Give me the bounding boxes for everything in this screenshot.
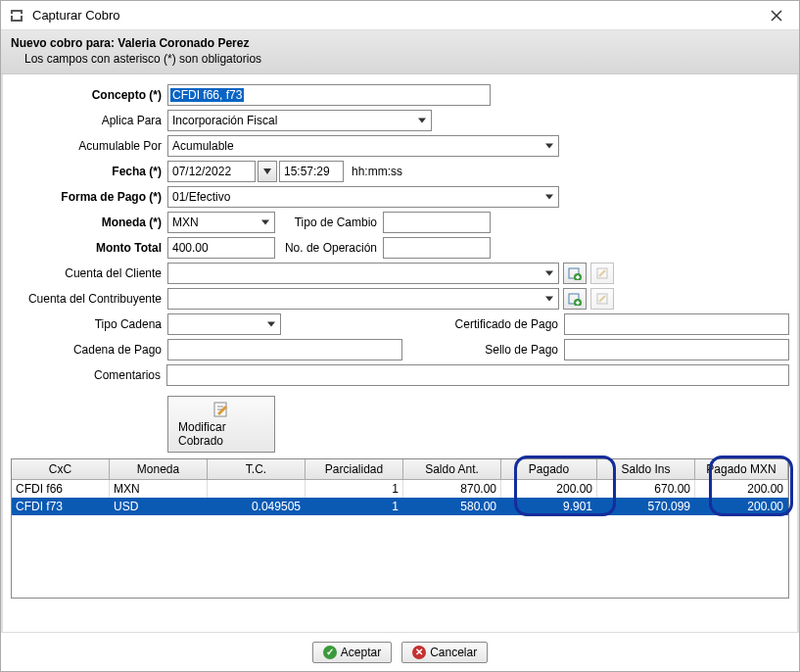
table-cell: 200.00 bbox=[695, 498, 788, 515]
label-tipocambio: Tipo de Cambio bbox=[275, 216, 383, 229]
cancel-icon: ✕ bbox=[412, 646, 426, 659]
label-acum: Acumulable Por bbox=[11, 139, 167, 153]
app-icon bbox=[9, 8, 24, 24]
titlebar: Capturar Cobro bbox=[1, 1, 799, 30]
table-cell: 200.00 bbox=[501, 480, 597, 498]
label-sellopago: Sello de Pago bbox=[485, 343, 564, 357]
footer: ✓Aceptar ✕Cancelar bbox=[1, 632, 799, 671]
header-line2: Los campos con asterisco (*) son obligat… bbox=[11, 52, 789, 66]
header-line1: Nuevo cobro para: Valeria Coronado Perez bbox=[11, 36, 789, 50]
edit-cuenta-cliente-button[interactable] bbox=[590, 263, 614, 284]
table-cell: 0.049505 bbox=[208, 498, 306, 515]
table-wrap: CxC Moneda T.C. Parcialidad Saldo Ant. P… bbox=[11, 458, 789, 599]
tipocambio-input bbox=[383, 212, 491, 233]
table-cell: 870.00 bbox=[403, 480, 501, 498]
concepto-input[interactable]: CFDI f66, f73 bbox=[167, 84, 491, 106]
cancelar-button[interactable]: ✕Cancelar bbox=[401, 642, 488, 663]
edit-cuenta-contribuyente-button[interactable] bbox=[590, 288, 614, 310]
th-saldo-ins[interactable]: Saldo Ins bbox=[597, 459, 695, 479]
th-moneda[interactable]: Moneda bbox=[110, 459, 208, 479]
comentarios-input[interactable] bbox=[166, 364, 789, 386]
table-cell: CFDI f66 bbox=[12, 480, 110, 498]
th-tc[interactable]: T.C. bbox=[208, 459, 306, 479]
table-cell: 670.00 bbox=[597, 480, 695, 498]
label-cuentacli: Cuenta del Cliente bbox=[11, 266, 167, 280]
label-aplica: Aplica Para bbox=[11, 114, 167, 127]
window-title: Capturar Cobro bbox=[32, 8, 762, 23]
cadena-pago-input bbox=[167, 339, 402, 360]
table-header: CxC Moneda T.C. Parcialidad Saldo Ant. P… bbox=[12, 459, 788, 480]
label-noop: No. de Operación bbox=[275, 241, 383, 255]
table-cell: 200.00 bbox=[695, 480, 788, 498]
label-fecha: Fecha (*) bbox=[11, 165, 167, 178]
label-cadpago: Cadena de Pago bbox=[11, 343, 167, 357]
label-cuentacon: Cuenta del Contribuyente bbox=[11, 292, 167, 306]
label-hhmmss: hh:mm:ss bbox=[352, 165, 402, 178]
moneda-select[interactable] bbox=[167, 212, 275, 233]
header: Nuevo cobro para: Valeria Coronado Perez… bbox=[1, 30, 799, 74]
edit-icon bbox=[212, 401, 230, 418]
tipo-cadena-select bbox=[167, 313, 281, 335]
fecha-dropdown-button[interactable] bbox=[258, 161, 277, 182]
noop-input[interactable] bbox=[383, 237, 491, 259]
label-coment: Comentarios bbox=[11, 368, 166, 382]
table-cell: CFDI f73 bbox=[12, 498, 110, 515]
label-forma: Forma de Pago (*) bbox=[11, 190, 167, 204]
payments-table: CxC Moneda T.C. Parcialidad Saldo Ant. P… bbox=[11, 458, 789, 599]
table-cell: 570.099 bbox=[597, 498, 695, 515]
th-pagado-mxn[interactable]: Pagado MXN bbox=[695, 459, 788, 479]
label-concepto: Concepto (*) bbox=[11, 88, 167, 102]
add-cuenta-cliente-button[interactable] bbox=[563, 263, 587, 284]
svg-rect-1 bbox=[10, 14, 24, 16]
aceptar-button[interactable]: ✓Aceptar bbox=[312, 642, 392, 663]
modificar-cobrado-button[interactable]: Modificar Cobrado bbox=[167, 396, 275, 453]
table-cell: 580.00 bbox=[403, 498, 501, 515]
cuenta-contribuyente-select[interactable] bbox=[167, 288, 559, 310]
form-body: Concepto (*) CFDI f66, f73 Aplica Para A… bbox=[1, 74, 799, 632]
table-cell: USD bbox=[110, 498, 208, 515]
modificar-label: Modificar Cobrado bbox=[178, 420, 264, 448]
aplica-select[interactable] bbox=[167, 110, 432, 131]
svg-marker-4 bbox=[263, 168, 271, 174]
cuenta-cliente-select[interactable] bbox=[167, 263, 559, 284]
label-moneda: Moneda (*) bbox=[11, 216, 167, 229]
monto-input[interactable] bbox=[167, 237, 275, 259]
close-button[interactable] bbox=[762, 6, 791, 25]
table-cell bbox=[208, 480, 306, 498]
sello-pago-input bbox=[564, 339, 789, 360]
check-icon: ✓ bbox=[323, 646, 337, 659]
svg-line-10 bbox=[599, 270, 605, 276]
th-pagado[interactable]: Pagado bbox=[501, 459, 597, 479]
th-parcialidad[interactable]: Parcialidad bbox=[306, 459, 403, 479]
table-row[interactable]: CFDI f73USD0.0495051580.009.901570.09920… bbox=[12, 498, 788, 515]
table-cell: 1 bbox=[306, 480, 403, 498]
forma-pago-select[interactable] bbox=[167, 186, 559, 208]
th-saldo-ant[interactable]: Saldo Ant. bbox=[403, 459, 501, 479]
hora-input[interactable] bbox=[279, 161, 344, 182]
table-cell: 1 bbox=[306, 498, 403, 515]
table-row[interactable]: CFDI f66MXN1870.00200.00670.00200.00 bbox=[12, 480, 788, 498]
label-tipocad: Tipo Cadena bbox=[11, 317, 167, 331]
add-cuenta-contribuyente-button[interactable] bbox=[563, 288, 587, 310]
certificado-pago-input bbox=[564, 313, 789, 335]
table-cell: MXN bbox=[110, 480, 208, 498]
th-cxc[interactable]: CxC bbox=[12, 459, 110, 479]
label-monto: Monto Total bbox=[11, 241, 167, 255]
table-body: CFDI f66MXN1870.00200.00670.00200.00CFDI… bbox=[12, 480, 788, 598]
label-certpago: Certificado de Pago bbox=[455, 317, 564, 331]
svg-line-16 bbox=[599, 296, 605, 302]
window: Capturar Cobro Nuevo cobro para: Valeria… bbox=[0, 0, 800, 672]
acumulable-select[interactable] bbox=[167, 135, 559, 157]
table-cell: 9.901 bbox=[501, 498, 597, 515]
fecha-input[interactable] bbox=[167, 161, 256, 182]
